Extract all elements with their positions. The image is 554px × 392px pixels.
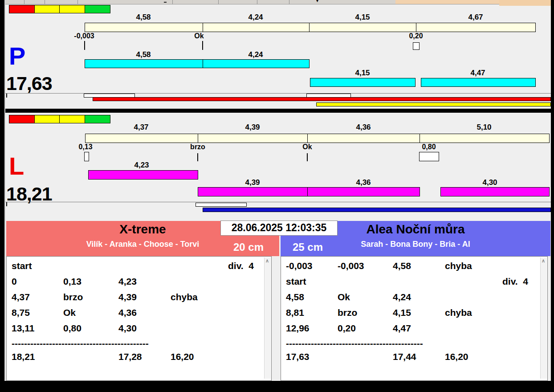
cell: Ok xyxy=(338,292,350,302)
cell: 4,39 xyxy=(118,292,137,302)
cell: 0,20 xyxy=(338,323,356,333)
lane-p-total-time: 17,63 xyxy=(6,74,52,93)
team-right-result-table[interactable]: -0,003-0,0034,58chyba startdiv. 4 4,58Ok… xyxy=(281,256,548,381)
cell: brzo xyxy=(63,292,83,302)
split-time-label: 4,37 xyxy=(121,123,161,131)
scroll-up-icon[interactable]: ∧ xyxy=(265,258,269,264)
progress-left-tick xyxy=(6,202,7,206)
toolbar-glyph-fragment xyxy=(164,2,167,3)
lane-l-progress-white xyxy=(196,203,247,207)
cell: 4,36 xyxy=(118,308,137,317)
split-time-label: 4,47 xyxy=(458,69,498,77)
marker-box xyxy=(84,152,89,161)
cell: 8,81 xyxy=(286,308,304,317)
lane-p-status-block-green xyxy=(85,5,110,13)
lane-p-run-bar xyxy=(421,78,536,87)
lane-p-status-block-red xyxy=(9,5,35,13)
split-time-label: 4,58 xyxy=(123,51,163,58)
lane-p-status-block-yellow xyxy=(34,5,60,13)
toolbar-dropdown-icon[interactable]: ▾ xyxy=(316,0,318,4)
cell: Ok xyxy=(63,308,76,317)
split-time-label: 5,10 xyxy=(464,123,504,131)
split-time-label: 4,39 xyxy=(232,123,273,131)
ruler-tick xyxy=(416,23,416,32)
marker-label: -0,003 xyxy=(64,33,104,40)
cell: div. 4 xyxy=(228,261,254,270)
cell: 4,15 xyxy=(393,308,411,317)
table-row: -0,003-0,0034,58chyba xyxy=(281,261,547,274)
split-time-label: 4,23 xyxy=(122,161,162,169)
cell: 8,75 xyxy=(12,308,30,317)
cell: 4,58 xyxy=(286,292,304,302)
lane-l-status-block-yellow xyxy=(34,115,60,123)
lane-p-ruler-bar xyxy=(85,23,536,32)
cell: div. 4 xyxy=(502,277,528,286)
lane-l-ruler-bar xyxy=(85,134,550,143)
cell: -0,003 xyxy=(286,261,313,270)
table-row: 4,58Ok4,24 xyxy=(281,292,547,306)
lane-l-progress-blue xyxy=(203,208,551,212)
cell: 4,30 xyxy=(118,323,137,333)
toolbar-separator xyxy=(257,0,257,4)
cell: chyba xyxy=(445,308,472,317)
ruler-tick xyxy=(203,23,203,32)
table-row: 4,37brzo4,39chyba xyxy=(7,292,271,306)
lane-l-run-bar xyxy=(88,170,198,180)
split-time-label: 4,36 xyxy=(343,123,383,131)
toolbar-separator xyxy=(45,0,45,4)
toolbar-separator xyxy=(24,0,24,4)
toolbar-strip: ▾ xyxy=(5,0,551,4)
table-row: 8,75Ok4,36 xyxy=(7,308,271,321)
window-border-right xyxy=(551,0,554,392)
toolbar-separator xyxy=(218,0,219,4)
lane-p-run-bar xyxy=(310,78,416,87)
cell: chyba xyxy=(445,261,472,270)
lane-p-progress-red xyxy=(93,97,551,101)
lane-l-status-block-yellow xyxy=(59,115,85,123)
table-row: 00,134,23 xyxy=(7,277,271,290)
split-time-label: 4,39 xyxy=(232,179,273,186)
cell: start xyxy=(12,261,32,270)
team-left-result-table[interactable]: startdiv. 4 00,134,23 4,37brzo4,39chyba … xyxy=(6,256,272,381)
table-divider-row: ----------------------------------------… xyxy=(7,339,271,352)
toolbar-highlight-block xyxy=(499,0,551,6)
lane-l-total-time: 18,21 xyxy=(6,184,52,204)
scrollbar[interactable]: ∧ xyxy=(264,257,271,379)
lane-p-run-bar xyxy=(203,59,310,68)
team-left-size: 20 cm xyxy=(224,242,273,253)
toolbar-separator xyxy=(172,0,173,4)
split-time-label: 4,15 xyxy=(342,13,383,21)
lane-separator xyxy=(5,109,551,113)
lane-p-progress-yellow xyxy=(316,102,551,106)
lane-l-run-bar xyxy=(198,187,420,196)
marker-label: 0,20 xyxy=(396,33,436,40)
cell: 17,44 xyxy=(393,352,416,361)
table-divider-row: ----------------------------------------… xyxy=(281,339,547,352)
cell: 16,20 xyxy=(445,352,468,361)
toolbar-separator xyxy=(77,0,78,4)
ruler-tick xyxy=(420,134,420,143)
table-row: startdiv. 4 xyxy=(281,277,547,290)
marker-tick xyxy=(84,41,85,50)
scrollbar[interactable]: ∧ xyxy=(540,257,547,379)
progress-left-tick xyxy=(6,94,7,98)
lane-l-run-bar xyxy=(440,187,550,196)
cell: chyba xyxy=(171,292,198,302)
window-border-left-highlight xyxy=(4,0,5,392)
lane-p-run-bar xyxy=(85,59,203,68)
timing-app-window: ▾ 4,58 4,24 4,15 4,67 -0,003 Ok 0,20 P 4… xyxy=(0,0,554,392)
split-time-label: 4,67 xyxy=(456,13,496,21)
scroll-up-icon[interactable]: ∧ xyxy=(542,258,545,264)
toolbar-highlight-strip xyxy=(395,0,501,4)
split-time-label: 4,58 xyxy=(123,13,163,21)
team-right-size: 25 cm xyxy=(283,242,332,253)
window-border-bottom xyxy=(0,381,554,392)
table-row: 17,6317,4416,20 xyxy=(281,352,547,365)
cell: ----------------------------------------… xyxy=(12,339,149,348)
cell: 16,20 xyxy=(171,352,194,361)
split-time-label: 4,24 xyxy=(236,51,276,58)
cell: ----------------------------------------… xyxy=(286,339,423,348)
marker-tick xyxy=(202,41,203,50)
cell: 18,21 xyxy=(12,352,35,361)
lane-l-status-block-red xyxy=(9,115,35,123)
